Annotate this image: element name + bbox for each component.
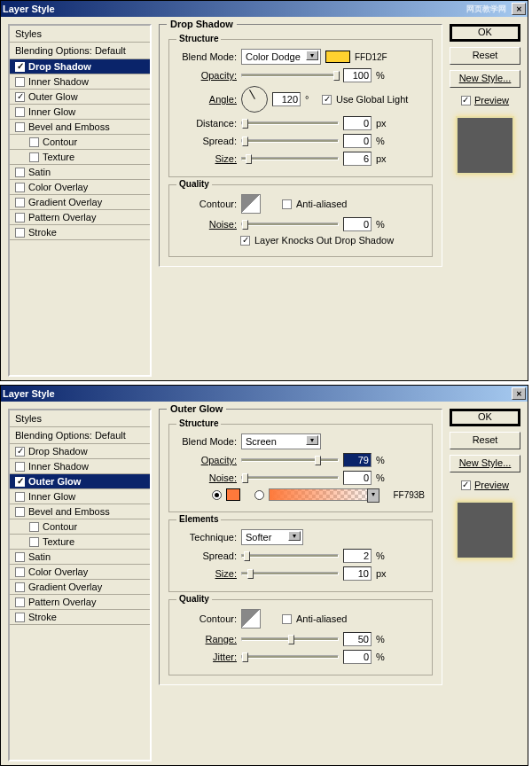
style-item-inner-shadow[interactable]: Inner Shadow bbox=[10, 459, 150, 474]
knockout-checkbox[interactable] bbox=[240, 236, 250, 246]
titlebar[interactable]: Layer Style ✕ bbox=[1, 386, 528, 402]
style-item-contour[interactable]: Contour bbox=[10, 135, 150, 150]
style-checkbox[interactable] bbox=[15, 477, 25, 487]
style-item-stroke[interactable]: Stroke bbox=[10, 225, 150, 240]
close-icon[interactable]: ✕ bbox=[512, 3, 526, 15]
style-checkbox[interactable] bbox=[15, 198, 25, 207]
style-item-satin[interactable]: Satin bbox=[10, 165, 150, 180]
range-slider[interactable] bbox=[241, 637, 339, 641]
styles-header[interactable]: Styles bbox=[10, 26, 150, 43]
style-checkbox[interactable] bbox=[15, 507, 25, 517]
blending-options[interactable]: Blending Options: Default bbox=[10, 43, 150, 59]
style-checkbox[interactable] bbox=[15, 107, 25, 117]
style-item-satin[interactable]: Satin bbox=[10, 550, 150, 565]
size-slider[interactable] bbox=[241, 157, 339, 160]
style-checkbox[interactable] bbox=[15, 552, 25, 562]
spread-slider[interactable] bbox=[241, 139, 339, 143]
style-checkbox[interactable] bbox=[15, 92, 25, 102]
titlebar[interactable]: Layer Style 网页教学网 ✕ bbox=[1, 1, 528, 17]
preview-checkbox[interactable] bbox=[461, 96, 471, 105]
style-checkbox[interactable] bbox=[29, 152, 39, 162]
style-item-contour[interactable]: Contour bbox=[10, 519, 150, 535]
blend-mode-dropdown[interactable]: Screen bbox=[241, 433, 321, 449]
technique-dropdown[interactable]: Softer bbox=[241, 529, 303, 545]
style-checkbox[interactable] bbox=[15, 122, 25, 132]
style-checkbox[interactable] bbox=[15, 582, 25, 592]
style-item-gradient-overlay[interactable]: Gradient Overlay bbox=[10, 195, 150, 210]
gradient-radio[interactable] bbox=[254, 490, 264, 500]
style-item-pattern-overlay[interactable]: Pattern Overlay bbox=[10, 595, 150, 610]
size-input[interactable] bbox=[343, 152, 372, 166]
style-checkbox[interactable] bbox=[29, 137, 39, 147]
noise-slider[interactable] bbox=[241, 223, 339, 226]
spread-slider[interactable] bbox=[241, 554, 339, 558]
style-item-inner-glow[interactable]: Inner Glow bbox=[10, 489, 150, 504]
style-item-pattern-overlay[interactable]: Pattern Overlay bbox=[10, 210, 150, 225]
angle-input[interactable] bbox=[272, 92, 301, 106]
angle-dial[interactable] bbox=[241, 86, 268, 113]
style-checkbox[interactable] bbox=[15, 183, 25, 192]
opacity-input[interactable] bbox=[343, 68, 372, 82]
noise-input[interactable] bbox=[343, 471, 372, 485]
style-item-color-overlay[interactable]: Color Overlay bbox=[10, 180, 150, 195]
gradient-picker[interactable] bbox=[269, 488, 368, 501]
spread-input[interactable] bbox=[343, 134, 372, 148]
size-slider[interactable] bbox=[241, 572, 339, 575]
style-item-bevel-and-emboss[interactable]: Bevel and Emboss bbox=[10, 504, 150, 519]
style-item-texture[interactable]: Texture bbox=[10, 535, 150, 550]
ok-button[interactable]: OK bbox=[450, 409, 520, 426]
close-icon[interactable]: ✕ bbox=[512, 387, 526, 400]
noise-slider[interactable] bbox=[241, 476, 339, 480]
style-item-gradient-overlay[interactable]: Gradient Overlay bbox=[10, 580, 150, 595]
size-input[interactable] bbox=[343, 566, 372, 581]
style-checkbox[interactable] bbox=[15, 462, 25, 472]
style-checkbox[interactable] bbox=[29, 522, 39, 532]
style-checkbox[interactable] bbox=[15, 567, 25, 577]
contour-picker[interactable] bbox=[241, 609, 261, 629]
style-item-drop-shadow[interactable]: Drop Shadow bbox=[10, 59, 150, 74]
style-checkbox[interactable] bbox=[15, 62, 25, 72]
style-checkbox[interactable] bbox=[15, 168, 25, 177]
opacity-input[interactable] bbox=[343, 453, 372, 467]
style-item-outer-glow[interactable]: Outer Glow bbox=[10, 474, 150, 489]
style-item-outer-glow[interactable]: Outer Glow bbox=[10, 90, 150, 105]
opacity-slider[interactable] bbox=[241, 458, 339, 462]
style-checkbox[interactable] bbox=[15, 613, 25, 622]
color-swatch[interactable] bbox=[325, 51, 350, 63]
style-checkbox[interactable] bbox=[15, 228, 25, 238]
contour-picker[interactable] bbox=[241, 194, 261, 214]
blending-options[interactable]: Blending Options: Default bbox=[10, 427, 150, 444]
color-swatch[interactable] bbox=[226, 488, 240, 501]
preview-checkbox[interactable] bbox=[461, 480, 471, 490]
style-checkbox[interactable] bbox=[29, 537, 39, 547]
antialias-checkbox[interactable] bbox=[282, 614, 292, 624]
global-light-checkbox[interactable] bbox=[322, 95, 332, 105]
style-checkbox[interactable] bbox=[15, 213, 25, 223]
style-checkbox[interactable] bbox=[15, 492, 25, 502]
opacity-slider[interactable] bbox=[241, 74, 339, 77]
reset-button[interactable]: Reset bbox=[450, 47, 520, 65]
blend-mode-dropdown[interactable]: Color Dodge bbox=[241, 49, 321, 65]
style-item-inner-glow[interactable]: Inner Glow bbox=[10, 105, 150, 120]
style-item-drop-shadow[interactable]: Drop Shadow bbox=[10, 444, 150, 459]
distance-input[interactable] bbox=[343, 116, 372, 130]
style-item-stroke[interactable]: Stroke bbox=[10, 610, 150, 625]
style-checkbox[interactable] bbox=[15, 597, 25, 607]
distance-slider[interactable] bbox=[241, 121, 339, 125]
style-checkbox[interactable] bbox=[15, 447, 25, 457]
style-item-inner-shadow[interactable]: Inner Shadow bbox=[10, 74, 150, 90]
jitter-slider[interactable] bbox=[241, 655, 339, 659]
style-item-bevel-and-emboss[interactable]: Bevel and Emboss bbox=[10, 120, 150, 135]
range-input[interactable] bbox=[343, 632, 372, 646]
style-item-color-overlay[interactable]: Color Overlay bbox=[10, 565, 150, 580]
antialias-checkbox[interactable] bbox=[282, 199, 292, 209]
reset-button[interactable]: Reset bbox=[450, 432, 520, 449]
new-style-button[interactable]: New Style... bbox=[450, 70, 520, 88]
ok-button[interactable]: OK bbox=[450, 24, 520, 42]
style-checkbox[interactable] bbox=[15, 77, 25, 87]
new-style-button[interactable]: New Style... bbox=[450, 455, 520, 472]
spread-input[interactable] bbox=[343, 549, 372, 563]
jitter-input[interactable] bbox=[343, 650, 372, 664]
style-item-texture[interactable]: Texture bbox=[10, 150, 150, 165]
solid-color-radio[interactable] bbox=[212, 490, 222, 500]
